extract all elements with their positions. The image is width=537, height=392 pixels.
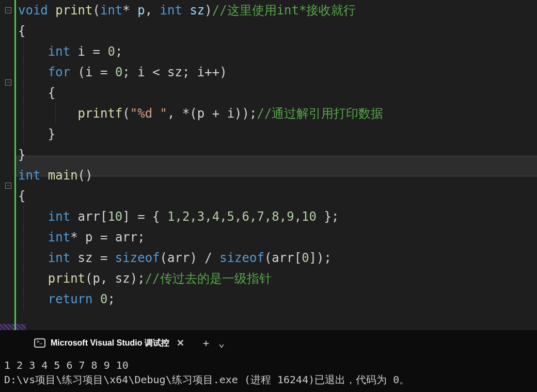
code-line[interactable]: int* p = arr; [18,227,537,248]
code-area[interactable]: void print(int* p, int sz)//这里使用int*接收就行… [14,0,537,330]
terminal-output[interactable]: 1 2 3 4 5 6 7 8 9 10D:\vs项目\练习项目\x64\Deb… [0,356,537,387]
code-line[interactable]: int arr[10] = { 1,2,3,4,5,6,7,8,9,10 }; [18,206,537,227]
terminal-panel: Microsoft Visual Studio 调试控 ✕ + ⌄ 1 2 3 … [0,330,537,392]
terminal-line: 1 2 3 4 5 6 7 8 9 10 [4,358,533,372]
code-line[interactable]: } [18,124,537,144]
code-line[interactable]: print(p, sz);//传过去的是一级指针 [18,268,537,289]
code-line[interactable]: } [18,144,537,165]
close-icon[interactable]: ✕ [175,337,186,349]
fold-marker-icon[interactable]: − [5,7,11,13]
code-line[interactable]: void print(int* p, int sz)//这里使用int*接收就行 [18,0,537,21]
terminal-tab-actions: + ⌄ [194,337,225,349]
terminal-line: D:\vs项目\练习项目\x64\Debug\练习项目.exe (进程 1624… [4,372,533,387]
add-tab-button[interactable]: + [203,337,209,349]
chevron-down-icon[interactable]: ⌄ [218,337,225,349]
code-line[interactable]: int main() [18,165,537,186]
code-line[interactable]: for (i = 0; i < sz; i++) [18,62,537,83]
fold-marker-icon[interactable]: − [5,79,11,86]
code-line[interactable]: { [18,21,537,41]
code-line[interactable]: printf("%d ", *(p + i));//通过解引用打印数据 [18,103,537,124]
code-editor[interactable]: − − − ✓ void print(int* p, int sz)//这里使用… [0,0,537,330]
code-line[interactable]: { [18,186,537,206]
gutter: − − − ✓ [0,0,14,330]
terminal-icon [34,338,45,348]
code-line[interactable]: int sz = sizeof(arr) / sizeof(arr[0]); [18,248,537,268]
terminal-tab[interactable]: Microsoft Visual Studio 调试控 ✕ [27,330,194,356]
code-line[interactable]: int i = 0; [18,41,537,62]
code-line[interactable]: return 0; [18,289,537,309]
terminal-tab-bar: Microsoft Visual Studio 调试控 ✕ + ⌄ [0,330,537,356]
fold-marker-icon[interactable]: − [5,183,11,189]
code-line[interactable]: { [18,83,537,103]
terminal-tab-title: Microsoft Visual Studio 调试控 [51,338,169,349]
